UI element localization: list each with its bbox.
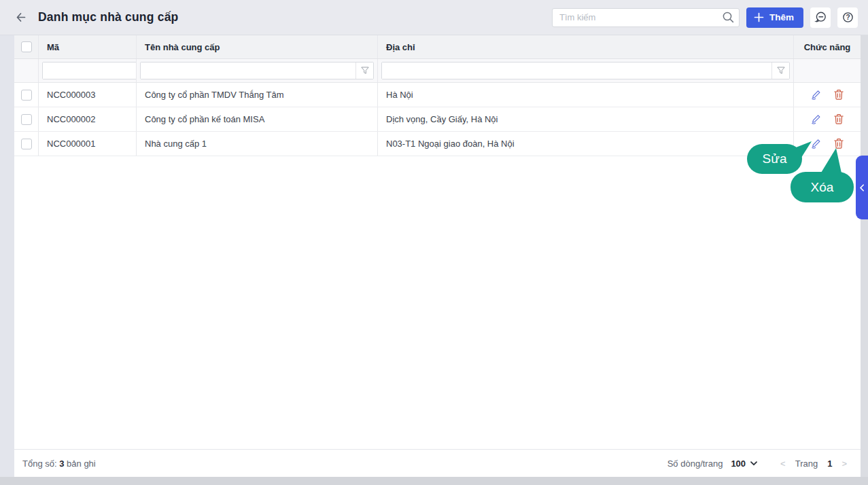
select-all-checkbox[interactable] bbox=[21, 41, 32, 52]
cell-address: N03-T1 Ngoại giao đoàn, Hà Nội bbox=[378, 132, 794, 156]
cell-actions bbox=[794, 107, 861, 131]
filter-group-code bbox=[42, 62, 137, 79]
arrow-left-icon bbox=[14, 11, 27, 24]
delete-button[interactable] bbox=[833, 89, 845, 101]
total-suffix: bản ghi bbox=[67, 459, 96, 469]
supplier-list-page: Danh mục nhà cung cấp Thêm bbox=[0, 0, 868, 485]
trash-icon bbox=[833, 138, 844, 149]
trash-icon bbox=[833, 113, 844, 125]
row-checkbox-cell bbox=[14, 107, 39, 131]
cell-code: NCC000001 bbox=[39, 132, 137, 156]
table-filter-row bbox=[14, 59, 861, 83]
cell-actions bbox=[794, 83, 861, 107]
filter-input-address[interactable] bbox=[382, 62, 771, 79]
edit-button[interactable] bbox=[810, 89, 822, 101]
rows-per-page-label: Số dòng/trang bbox=[667, 459, 723, 469]
filter-cell-code bbox=[39, 59, 137, 82]
column-header-code: Mã bbox=[39, 35, 137, 58]
help-button[interactable]: ? bbox=[837, 7, 858, 28]
plus-icon bbox=[754, 12, 764, 22]
rows-per-page-select[interactable]: 100 bbox=[731, 459, 757, 469]
row-checkbox[interactable] bbox=[21, 139, 32, 149]
row-checkbox-cell bbox=[14, 83, 39, 107]
filter-group-address bbox=[381, 62, 790, 79]
filter-empty-cell bbox=[14, 59, 39, 82]
total-label: Tổng số: bbox=[22, 459, 57, 469]
bottom-margin-strip bbox=[0, 477, 868, 485]
pagination-area: Số dòng/trang 100 < Trang 1 > bbox=[667, 459, 847, 469]
column-header-actions: Chức năng bbox=[794, 35, 861, 58]
header-checkbox-cell bbox=[14, 35, 39, 58]
cell-address: Dịch vọng, Cầy Giấy, Hà Nội bbox=[378, 107, 794, 131]
rows-per-page-value: 100 bbox=[731, 459, 746, 469]
edit-pencil-icon bbox=[810, 113, 822, 125]
svg-text:?: ? bbox=[846, 14, 850, 21]
filter-input-code[interactable] bbox=[43, 62, 137, 79]
left-margin-strip bbox=[0, 35, 14, 477]
feedback-button[interactable] bbox=[810, 7, 831, 28]
search-box bbox=[552, 8, 740, 27]
cell-name: Công ty cổ phần TMDV Thắng Tâm bbox=[137, 83, 378, 107]
add-button[interactable]: Thêm bbox=[746, 7, 803, 28]
column-header-name: Tên nhà cung cấp bbox=[137, 35, 378, 58]
filter-cell-actions bbox=[794, 59, 861, 82]
cell-address: Hà Nội bbox=[378, 83, 794, 107]
edit-pencil-icon bbox=[810, 138, 822, 149]
search-icon[interactable] bbox=[722, 11, 735, 26]
tooltip-edit: Sửa bbox=[747, 144, 802, 174]
total-count: 3 bbox=[59, 459, 64, 469]
chat-bubble-icon bbox=[814, 10, 828, 24]
topbar: Danh mục nhà cung cấp Thêm bbox=[0, 0, 868, 35]
table-row: NCC000003 Công ty cổ phần TMDV Thắng Tâm… bbox=[14, 83, 861, 107]
pager: < Trang 1 > bbox=[780, 459, 847, 469]
row-checkbox-cell bbox=[14, 132, 39, 156]
column-header-address: Địa chỉ bbox=[378, 35, 794, 58]
filter-funnel-icon-address[interactable] bbox=[771, 62, 789, 79]
total-records: Tổng số: 3 bản ghi bbox=[22, 459, 96, 469]
filter-group-name bbox=[140, 62, 374, 79]
delete-button[interactable] bbox=[833, 113, 845, 126]
topbar-actions: Thêm ? bbox=[552, 7, 858, 28]
filter-cell-name bbox=[137, 59, 378, 82]
trash-icon bbox=[833, 89, 844, 101]
back-button[interactable] bbox=[11, 8, 30, 27]
cell-code: NCC000002 bbox=[39, 107, 137, 131]
delete-button[interactable] bbox=[833, 138, 845, 150]
edit-pencil-icon bbox=[810, 89, 822, 101]
chevron-down-icon bbox=[750, 461, 757, 466]
cell-actions bbox=[794, 132, 861, 156]
collapse-panel-tab[interactable] bbox=[856, 156, 868, 219]
table-row: NCC000001 Nhà cung cấp 1 N03-T1 Ngoại gi… bbox=[14, 132, 861, 156]
table-row: NCC000002 Công ty cổ phần kế toán MISA D… bbox=[14, 107, 861, 132]
table-footer: Tổng số: 3 bản ghi Số dòng/trang 100 < T… bbox=[14, 449, 861, 477]
tooltip-delete: Xóa bbox=[791, 172, 854, 202]
add-button-label: Thêm bbox=[769, 12, 794, 22]
cell-name: Công ty cổ phần kế toán MISA bbox=[137, 107, 378, 131]
search-input[interactable] bbox=[552, 8, 740, 27]
next-page-button[interactable]: > bbox=[841, 459, 847, 469]
filter-cell-address bbox=[378, 59, 794, 82]
cell-code: NCC000003 bbox=[39, 83, 137, 107]
help-icon: ? bbox=[841, 10, 855, 24]
chevron-left-icon bbox=[859, 184, 865, 192]
row-checkbox[interactable] bbox=[21, 114, 32, 125]
cell-name: Nhà cung cấp 1 bbox=[137, 132, 378, 156]
filter-funnel-icon-name[interactable] bbox=[355, 62, 373, 79]
page-label: Trang bbox=[795, 459, 818, 469]
page-title: Danh mục nhà cung cấp bbox=[38, 10, 178, 24]
prev-page-button[interactable]: < bbox=[780, 459, 786, 469]
content-panel: Mã Tên nhà cung cấp Địa chỉ Chức năng bbox=[14, 35, 861, 477]
edit-button[interactable] bbox=[810, 113, 822, 126]
row-checkbox[interactable] bbox=[21, 90, 32, 101]
right-scroll-strip bbox=[861, 35, 868, 477]
table-header-row: Mã Tên nhà cung cấp Địa chỉ Chức năng bbox=[14, 35, 861, 59]
page-number[interactable]: 1 bbox=[827, 459, 832, 469]
filter-input-name[interactable] bbox=[141, 62, 355, 79]
edit-button[interactable] bbox=[810, 138, 822, 150]
